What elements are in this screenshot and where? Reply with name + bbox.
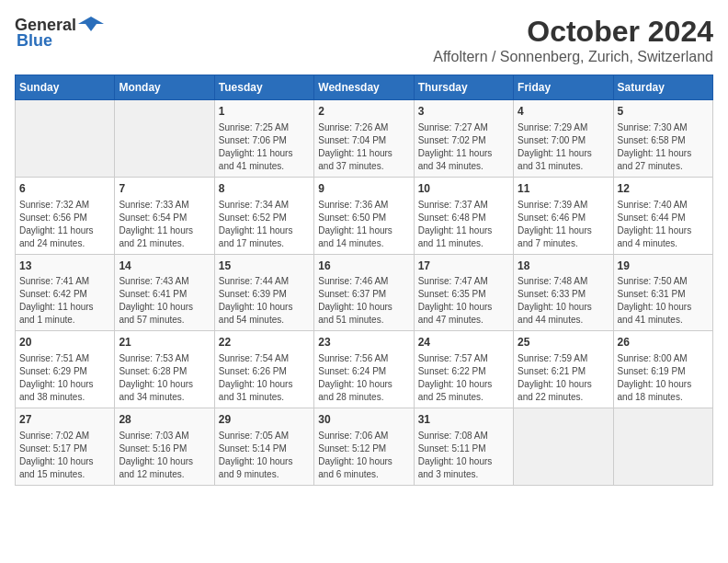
calendar-cell: 30Sunrise: 7:06 AM Sunset: 5:12 PM Dayli… [314,408,414,486]
day-info: Sunrise: 7:30 AM Sunset: 6:58 PM Dayligh… [618,121,709,173]
day-number: 18 [518,259,609,274]
calendar-cell: 12Sunrise: 7:40 AM Sunset: 6:44 PM Dayli… [613,177,712,254]
day-info: Sunrise: 7:34 AM Sunset: 6:52 PM Dayligh… [219,199,310,250]
calendar-week-row: 27Sunrise: 7:02 AM Sunset: 5:17 PM Dayli… [16,408,713,486]
day-info: Sunrise: 7:37 AM Sunset: 6:48 PM Dayligh… [418,199,509,250]
day-number: 7 [119,181,210,197]
day-number: 2 [318,104,409,120]
day-number: 21 [119,335,210,350]
day-info: Sunrise: 8:00 AM Sunset: 6:19 PM Dayligh… [618,352,709,404]
calendar-cell: 27Sunrise: 7:02 AM Sunset: 5:17 PM Dayli… [16,408,115,486]
day-info: Sunrise: 7:03 AM Sunset: 5:16 PM Dayligh… [119,430,210,481]
day-number: 5 [618,104,709,120]
calendar-cell: 5Sunrise: 7:30 AM Sunset: 6:58 PM Daylig… [613,100,712,178]
calendar-week-row: 20Sunrise: 7:51 AM Sunset: 6:29 PM Dayli… [16,331,713,408]
day-info: Sunrise: 7:39 AM Sunset: 6:46 PM Dayligh… [518,199,609,250]
logo-blue-text: Blue [17,31,52,51]
page-header: General Blue October 2024 Affoltern / So… [15,15,713,65]
day-number: 17 [418,259,509,274]
weekday-header-thursday: Thursday [414,75,513,100]
svg-marker-0 [78,17,104,31]
calendar-week-row: 1Sunrise: 7:25 AM Sunset: 7:06 PM Daylig… [16,100,713,178]
calendar-cell: 24Sunrise: 7:57 AM Sunset: 6:22 PM Dayli… [414,331,513,408]
day-number: 25 [518,335,609,350]
day-number: 16 [318,259,409,274]
day-info: Sunrise: 7:40 AM Sunset: 6:44 PM Dayligh… [618,199,709,250]
logo-bird-icon [78,15,104,35]
day-info: Sunrise: 7:02 AM Sunset: 5:17 PM Dayligh… [19,430,110,481]
day-number: 15 [219,259,310,274]
day-info: Sunrise: 7:06 AM Sunset: 5:12 PM Dayligh… [318,430,409,481]
calendar-cell: 7Sunrise: 7:33 AM Sunset: 6:54 PM Daylig… [115,177,214,254]
day-info: Sunrise: 7:56 AM Sunset: 6:24 PM Dayligh… [318,352,409,404]
day-number: 26 [618,335,709,350]
calendar-table: SundayMondayTuesdayWednesdayThursdayFrid… [15,75,713,486]
day-number: 24 [418,335,509,350]
day-info: Sunrise: 7:50 AM Sunset: 6:31 PM Dayligh… [618,275,709,327]
calendar-cell: 2Sunrise: 7:26 AM Sunset: 7:04 PM Daylig… [314,100,414,178]
calendar-cell: 25Sunrise: 7:59 AM Sunset: 6:21 PM Dayli… [514,331,613,408]
day-number: 30 [318,412,409,428]
day-number: 27 [19,412,110,428]
weekday-header-saturday: Saturday [613,75,712,100]
day-info: Sunrise: 7:59 AM Sunset: 6:21 PM Dayligh… [518,352,609,404]
day-number: 23 [318,335,409,350]
day-number: 8 [219,181,310,197]
calendar-cell: 21Sunrise: 7:53 AM Sunset: 6:28 PM Dayli… [115,331,214,408]
day-number: 20 [19,335,110,350]
day-info: Sunrise: 7:44 AM Sunset: 6:39 PM Dayligh… [219,275,310,327]
day-number: 14 [119,259,210,274]
calendar-cell: 6Sunrise: 7:32 AM Sunset: 6:56 PM Daylig… [16,177,115,254]
calendar-location: Affoltern / Sonnenberg, Zurich, Switzerl… [433,49,713,65]
day-info: Sunrise: 7:46 AM Sunset: 6:37 PM Dayligh… [318,275,409,327]
day-info: Sunrise: 7:33 AM Sunset: 6:54 PM Dayligh… [119,199,210,250]
calendar-cell: 10Sunrise: 7:37 AM Sunset: 6:48 PM Dayli… [414,177,513,254]
calendar-cell: 11Sunrise: 7:39 AM Sunset: 6:46 PM Dayli… [514,177,613,254]
calendar-cell: 26Sunrise: 8:00 AM Sunset: 6:19 PM Dayli… [613,331,712,408]
calendar-week-row: 13Sunrise: 7:41 AM Sunset: 6:42 PM Dayli… [16,254,713,331]
logo: General Blue [15,15,104,51]
day-info: Sunrise: 7:36 AM Sunset: 6:50 PM Dayligh… [318,199,409,250]
calendar-cell [514,408,613,486]
calendar-cell: 29Sunrise: 7:05 AM Sunset: 5:14 PM Dayli… [214,408,313,486]
calendar-cell: 18Sunrise: 7:48 AM Sunset: 6:33 PM Dayli… [514,254,613,331]
calendar-cell: 13Sunrise: 7:41 AM Sunset: 6:42 PM Dayli… [16,254,115,331]
calendar-month-year: October 2024 [433,15,713,49]
day-info: Sunrise: 7:26 AM Sunset: 7:04 PM Dayligh… [318,121,409,173]
day-info: Sunrise: 7:47 AM Sunset: 6:35 PM Dayligh… [418,275,509,327]
calendar-cell: 20Sunrise: 7:51 AM Sunset: 6:29 PM Dayli… [16,331,115,408]
day-number: 12 [618,181,709,197]
day-number: 11 [518,181,609,197]
calendar-cell: 15Sunrise: 7:44 AM Sunset: 6:39 PM Dayli… [214,254,313,331]
day-number: 29 [219,412,310,428]
day-number: 19 [618,259,709,274]
calendar-week-row: 6Sunrise: 7:32 AM Sunset: 6:56 PM Daylig… [16,177,713,254]
calendar-cell: 23Sunrise: 7:56 AM Sunset: 6:24 PM Dayli… [314,331,414,408]
calendar-cell [613,408,712,486]
calendar-cell: 8Sunrise: 7:34 AM Sunset: 6:52 PM Daylig… [214,177,313,254]
calendar-cell [115,100,214,178]
day-number: 6 [19,181,110,197]
day-info: Sunrise: 7:48 AM Sunset: 6:33 PM Dayligh… [518,275,609,327]
day-number: 3 [418,104,509,120]
day-number: 9 [318,181,409,197]
day-info: Sunrise: 7:43 AM Sunset: 6:41 PM Dayligh… [119,275,210,327]
calendar-cell: 4Sunrise: 7:29 AM Sunset: 7:00 PM Daylig… [514,100,613,178]
calendar-cell: 22Sunrise: 7:54 AM Sunset: 6:26 PM Dayli… [214,331,313,408]
calendar-header-row: SundayMondayTuesdayWednesdayThursdayFrid… [16,75,713,100]
day-number: 22 [219,335,310,350]
day-info: Sunrise: 7:05 AM Sunset: 5:14 PM Dayligh… [219,430,310,481]
day-info: Sunrise: 7:29 AM Sunset: 7:00 PM Dayligh… [518,121,609,173]
calendar-cell: 19Sunrise: 7:50 AM Sunset: 6:31 PM Dayli… [613,254,712,331]
day-info: Sunrise: 7:27 AM Sunset: 7:02 PM Dayligh… [418,121,509,173]
weekday-header-wednesday: Wednesday [314,75,414,100]
day-info: Sunrise: 7:53 AM Sunset: 6:28 PM Dayligh… [119,352,210,404]
calendar-cell: 14Sunrise: 7:43 AM Sunset: 6:41 PM Dayli… [115,254,214,331]
day-info: Sunrise: 7:32 AM Sunset: 6:56 PM Dayligh… [19,199,110,250]
day-info: Sunrise: 7:54 AM Sunset: 6:26 PM Dayligh… [219,352,310,404]
day-info: Sunrise: 7:25 AM Sunset: 7:06 PM Dayligh… [219,121,310,173]
calendar-cell: 3Sunrise: 7:27 AM Sunset: 7:02 PM Daylig… [414,100,513,178]
day-number: 13 [19,259,110,274]
day-number: 1 [219,104,310,120]
calendar-cell: 28Sunrise: 7:03 AM Sunset: 5:16 PM Dayli… [115,408,214,486]
